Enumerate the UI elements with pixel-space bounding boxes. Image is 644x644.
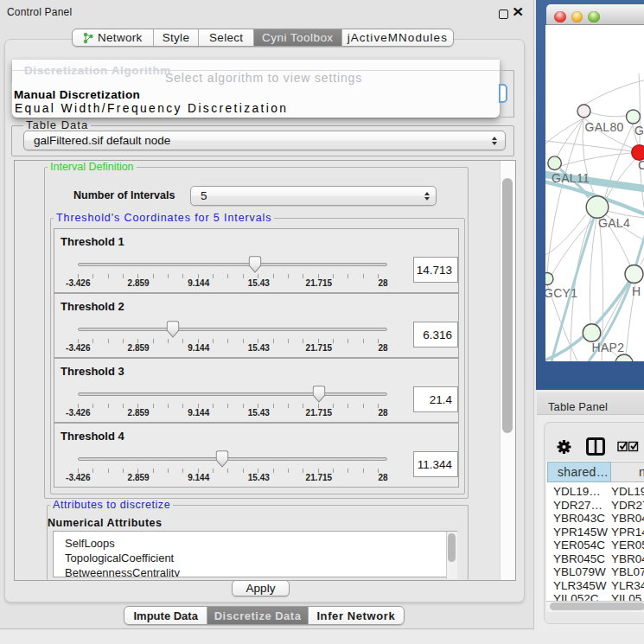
svg-text:C: C <box>638 158 644 172</box>
svg-text:GA: GA <box>634 124 644 137</box>
svg-text:GAL4: GAL4 <box>598 216 630 230</box>
svg-text:GAL11: GAL11 <box>552 171 590 185</box>
svg-text:HAP2: HAP2 <box>592 341 625 354</box>
svg-text:GAL80: GAL80 <box>585 120 624 134</box>
svg-text:GCY1: GCY1 <box>545 286 577 300</box>
svg-text:H: H <box>632 284 641 298</box>
